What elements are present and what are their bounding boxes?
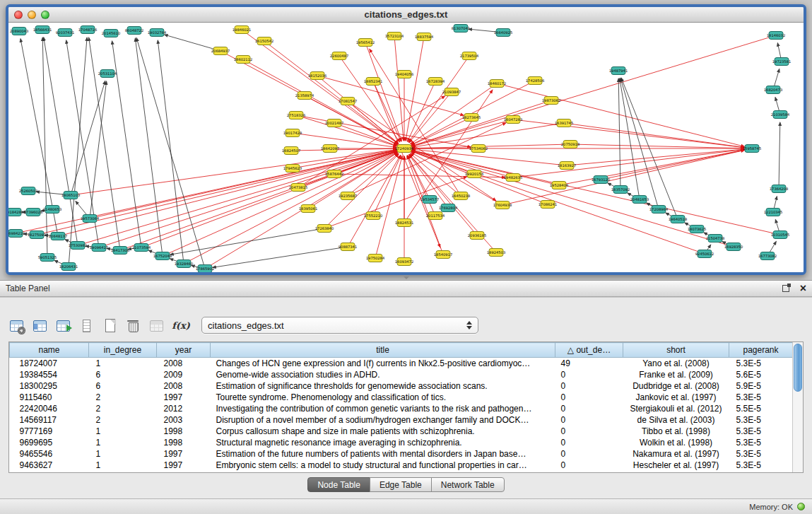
- graph-node[interactable]: 19640518: [669, 216, 687, 223]
- graph-node[interactable]: 17428506: [526, 77, 544, 85]
- graph-node[interactable]: 18852341: [364, 78, 382, 86]
- graph-node[interactable]: 16640925: [494, 29, 512, 37]
- graph-node[interactable]: 18824531: [395, 219, 413, 227]
- graph-node[interactable]: 16093472: [395, 258, 413, 266]
- panel-splitter[interactable]: [0, 275, 812, 280]
- graph-node[interactable]: 21480653: [43, 206, 61, 214]
- minimize-window-button[interactable]: [28, 11, 36, 19]
- graph-node[interactable]: 19573064: [81, 215, 100, 223]
- graph-node[interactable]: 20531104: [98, 70, 117, 78]
- graph-node[interactable]: 25260503: [19, 187, 37, 195]
- graph-node[interactable]: 18417306: [111, 247, 129, 255]
- graph-node[interactable]: 16793120: [592, 176, 610, 184]
- graph-node[interactable]: 16984210: [8, 230, 25, 238]
- graph-node[interactable]: 18642097: [321, 145, 339, 153]
- graph-node[interactable]: 18602112: [234, 56, 252, 64]
- graph-node[interactable]: 16752048: [153, 252, 172, 260]
- table-row[interactable]: 2242004622012Investigating the contribut…: [10, 403, 793, 414]
- graph-node[interactable]: 16773082: [758, 252, 777, 260]
- graph-node[interactable]: 17208964: [649, 206, 669, 214]
- graph-node[interactable]: 19404056: [395, 71, 413, 78]
- table-scrollbar[interactable]: [792, 342, 803, 472]
- graph-node[interactable]: 18395061: [299, 205, 317, 213]
- graph-node[interactable]: 81307041: [452, 25, 470, 33]
- graph-node[interactable]: 16824507: [282, 147, 300, 155]
- graph-node[interactable]: 19723581: [772, 58, 791, 66]
- column-header-pagerank[interactable]: pagerank: [729, 343, 793, 358]
- graph-node[interactable]: 15958745: [743, 145, 761, 153]
- table-row[interactable]: 1830029562008Estimation of significance …: [10, 380, 793, 392]
- export-table-icon[interactable]: [54, 316, 72, 334]
- window-titlebar[interactable]: citations_edges.txt: [8, 7, 804, 23]
- table-row[interactable]: 977716911998Corpus callosum shape and si…: [10, 426, 793, 437]
- graph-node[interactable]: 15876442: [325, 170, 343, 178]
- network-canvas[interactable]: 1724093619404056188523411708154720021487…: [8, 23, 804, 272]
- graph-node[interactable]: 19534577: [420, 196, 439, 204]
- graph-node[interactable]: 16928350: [724, 243, 743, 251]
- graph-node[interactable]: 19184286: [8, 209, 23, 216]
- tab-network-table[interactable]: Network Table: [431, 477, 505, 492]
- graph-node[interactable]: 90887341: [339, 243, 357, 251]
- import-table-icon[interactable]: [147, 316, 165, 334]
- graph-node[interactable]: 17530982: [69, 242, 87, 250]
- float-panel-button[interactable]: [782, 284, 792, 293]
- graph-node[interactable]: 17604938: [493, 201, 512, 209]
- graph-node[interactable]: 17865902: [196, 265, 214, 273]
- column-header-year[interactable]: year: [157, 343, 211, 358]
- graph-node[interactable]: 19487941: [609, 67, 628, 75]
- graph-node[interactable]: 16047283: [504, 116, 522, 124]
- graph-node[interactable]: 20750918: [561, 141, 579, 148]
- graph-node[interactable]: 18837594: [415, 33, 434, 41]
- graph-node[interactable]: 19032784: [148, 29, 167, 37]
- close-window-button[interactable]: [14, 11, 23, 19]
- table-row[interactable]: 946554611997Estimation of the future num…: [10, 448, 793, 460]
- graph-node[interactable]: 20936185: [468, 232, 486, 240]
- table-row[interactable]: 1456911722003Disruption of a novel membe…: [10, 414, 793, 426]
- graph-node[interactable]: 18065103: [61, 192, 80, 199]
- graph-node[interactable]: 17086241: [539, 201, 557, 209]
- graph-node[interactable]: 21504738: [706, 235, 724, 243]
- network-graph[interactable]: 1724093619404056188523411708154720021487…: [8, 23, 804, 272]
- tab-node-table[interactable]: Node Table: [307, 477, 370, 492]
- graph-node[interactable]: 19096415: [90, 244, 108, 252]
- graph-node[interactable]: 17396028: [24, 209, 42, 216]
- graph-node[interactable]: 18073625: [688, 226, 706, 233]
- graph-node[interactable]: 20890043: [10, 28, 28, 35]
- graph-node[interactable]: 17534062: [469, 145, 488, 153]
- graph-node[interactable]: 18566431: [33, 26, 52, 34]
- table-selector-dropdown[interactable]: citations_edges.txt: [201, 317, 478, 334]
- graph-node[interactable]: 16728394: [426, 78, 445, 86]
- graph-node[interactable]: 19565412: [356, 39, 375, 47]
- graph-node[interactable]: 92037431: [56, 29, 74, 37]
- graph-node[interactable]: 20648137: [49, 233, 67, 240]
- graph-node[interactable]: 18273645: [462, 114, 481, 122]
- graph-node[interactable]: 19846021: [233, 26, 251, 34]
- table-row[interactable]: 946362711997Embryonic stem cells: a mode…: [10, 460, 793, 471]
- graph-node[interactable]: 18357092: [611, 186, 630, 194]
- graph-node[interactable]: 20021487: [325, 119, 343, 127]
- graph-node[interactable]: 35723104: [385, 33, 404, 40]
- graph-node[interactable]: 20117534: [426, 212, 445, 220]
- graph-node[interactable]: 19482635: [504, 174, 522, 182]
- column-header-name[interactable]: name: [10, 343, 89, 358]
- graph-node[interactable]: 21039584: [771, 111, 790, 119]
- graph-node[interactable]: 17552210: [364, 212, 382, 220]
- graph-node[interactable]: 19750284: [366, 255, 385, 262]
- column-header-in_degree[interactable]: in_degree: [89, 343, 157, 358]
- column-header-out_degree[interactable]: △ out_de…: [555, 343, 623, 358]
- graph-node[interactable]: 17240936: [395, 145, 413, 153]
- column-header-title[interactable]: title: [211, 343, 555, 358]
- tab-edge-table[interactable]: Edge Table: [370, 477, 432, 492]
- graph-node[interactable]: 17048716: [78, 26, 97, 34]
- graph-node[interactable]: 18152036: [308, 72, 326, 80]
- graph-node[interactable]: 19235687: [339, 192, 357, 200]
- close-panel-button[interactable]: ×: [800, 284, 806, 293]
- table-row[interactable]: 911546021997Tourette syndrome. Phenomeno…: [10, 392, 793, 403]
- graph-node[interactable]: 16450238: [452, 192, 470, 200]
- graph-node[interactable]: 20473815: [289, 184, 307, 192]
- graph-node[interactable]: 20684937: [211, 47, 230, 55]
- graph-node[interactable]: 21093847: [442, 88, 461, 96]
- graph-node[interactable]: 21739504: [460, 52, 479, 60]
- graph-node[interactable]: 19873062: [542, 97, 560, 105]
- graph-node[interactable]: 18275093: [28, 231, 46, 239]
